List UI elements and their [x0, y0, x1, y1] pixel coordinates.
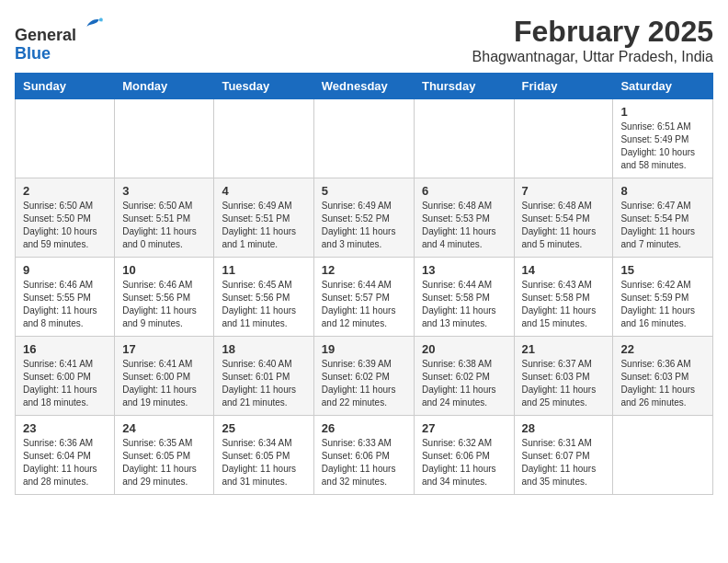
day-info: Sunrise: 6:47 AM Sunset: 5:54 PM Dayligh…	[620, 200, 705, 251]
day-number: 23	[23, 421, 107, 435]
day-info: Sunrise: 6:44 AM Sunset: 5:58 PM Dayligh…	[422, 279, 506, 330]
page-header: General Blue February 2025 Bhagwantnagar…	[15, 15, 713, 65]
weekday-header-thursday: Thursday	[414, 74, 514, 99]
calendar-cell	[613, 416, 713, 495]
day-info: Sunrise: 6:32 AM Sunset: 6:06 PM Dayligh…	[422, 437, 506, 488]
calendar-cell: 12Sunrise: 6:44 AM Sunset: 5:57 PM Dayli…	[313, 258, 414, 337]
calendar-cell: 6Sunrise: 6:48 AM Sunset: 5:53 PM Daylig…	[414, 178, 514, 258]
day-number: 17	[122, 342, 206, 356]
weekday-header-tuesday: Tuesday	[214, 74, 313, 99]
calendar-cell: 1Sunrise: 6:51 AM Sunset: 5:49 PM Daylig…	[613, 99, 713, 178]
day-info: Sunrise: 6:39 AM Sunset: 6:02 PM Dayligh…	[322, 358, 406, 409]
calendar-cell: 28Sunrise: 6:31 AM Sunset: 6:07 PM Dayli…	[514, 416, 613, 495]
day-number: 27	[422, 421, 506, 435]
calendar-cell: 20Sunrise: 6:38 AM Sunset: 6:02 PM Dayli…	[414, 337, 514, 416]
day-number: 3	[122, 184, 206, 198]
calendar-cell: 5Sunrise: 6:49 AM Sunset: 5:52 PM Daylig…	[313, 178, 414, 258]
calendar-week-row: 1Sunrise: 6:51 AM Sunset: 5:49 PM Daylig…	[16, 99, 713, 178]
day-info: Sunrise: 6:40 AM Sunset: 6:01 PM Dayligh…	[222, 358, 305, 409]
subtitle: Bhagwantnagar, Uttar Pradesh, India	[472, 49, 713, 65]
weekday-header-sunday: Sunday	[16, 74, 115, 99]
day-number: 28	[522, 421, 606, 435]
day-info: Sunrise: 6:33 AM Sunset: 6:06 PM Dayligh…	[322, 437, 406, 488]
calendar-cell	[214, 99, 313, 178]
day-info: Sunrise: 6:50 AM Sunset: 5:50 PM Dayligh…	[23, 200, 107, 251]
calendar-cell	[414, 99, 514, 178]
day-number: 19	[322, 342, 406, 356]
day-number: 15	[620, 263, 705, 277]
day-info: Sunrise: 6:41 AM Sunset: 6:00 PM Dayligh…	[122, 358, 206, 409]
calendar-cell	[313, 99, 414, 178]
weekday-header-friday: Friday	[514, 74, 613, 99]
day-info: Sunrise: 6:51 AM Sunset: 5:49 PM Dayligh…	[620, 121, 705, 172]
calendar-cell: 11Sunrise: 6:45 AM Sunset: 5:56 PM Dayli…	[214, 258, 313, 337]
day-info: Sunrise: 6:41 AM Sunset: 6:00 PM Dayligh…	[23, 358, 107, 409]
calendar-table: SundayMondayTuesdayWednesdayThursdayFrid…	[15, 73, 713, 495]
day-number: 12	[322, 263, 406, 277]
day-number: 7	[522, 184, 606, 198]
day-info: Sunrise: 6:49 AM Sunset: 5:51 PM Dayligh…	[222, 200, 305, 251]
calendar-cell: 10Sunrise: 6:46 AM Sunset: 5:56 PM Dayli…	[115, 258, 214, 337]
calendar-cell: 26Sunrise: 6:33 AM Sunset: 6:06 PM Dayli…	[313, 416, 414, 495]
calendar-cell: 22Sunrise: 6:36 AM Sunset: 6:03 PM Dayli…	[613, 337, 713, 416]
weekday-header-wednesday: Wednesday	[313, 74, 414, 99]
calendar-cell: 23Sunrise: 6:36 AM Sunset: 6:04 PM Dayli…	[16, 416, 115, 495]
day-info: Sunrise: 6:36 AM Sunset: 6:03 PM Dayligh…	[620, 358, 705, 409]
day-info: Sunrise: 6:43 AM Sunset: 5:58 PM Dayligh…	[522, 279, 606, 330]
day-number: 16	[23, 342, 107, 356]
day-info: Sunrise: 6:46 AM Sunset: 5:55 PM Dayligh…	[23, 279, 107, 330]
calendar-cell: 21Sunrise: 6:37 AM Sunset: 6:03 PM Dayli…	[514, 337, 613, 416]
day-info: Sunrise: 6:48 AM Sunset: 5:54 PM Dayligh…	[522, 200, 606, 251]
title-block: February 2025 Bhagwantnagar, Uttar Prade…	[472, 15, 713, 65]
day-info: Sunrise: 6:31 AM Sunset: 6:07 PM Dayligh…	[522, 437, 606, 488]
calendar-cell: 24Sunrise: 6:35 AM Sunset: 6:05 PM Dayli…	[115, 416, 214, 495]
calendar-week-row: 9Sunrise: 6:46 AM Sunset: 5:55 PM Daylig…	[16, 258, 713, 337]
day-number: 18	[222, 342, 305, 356]
calendar-cell	[514, 99, 613, 178]
day-number: 6	[422, 184, 506, 198]
calendar-cell: 14Sunrise: 6:43 AM Sunset: 5:58 PM Dayli…	[514, 258, 613, 337]
calendar-week-row: 23Sunrise: 6:36 AM Sunset: 6:04 PM Dayli…	[16, 416, 713, 495]
day-info: Sunrise: 6:42 AM Sunset: 5:59 PM Dayligh…	[620, 279, 705, 330]
day-number: 2	[23, 184, 107, 198]
calendar-cell: 25Sunrise: 6:34 AM Sunset: 6:05 PM Dayli…	[214, 416, 313, 495]
calendar-cell: 19Sunrise: 6:39 AM Sunset: 6:02 PM Dayli…	[313, 337, 414, 416]
day-info: Sunrise: 6:49 AM Sunset: 5:52 PM Dayligh…	[322, 200, 406, 251]
weekday-header-saturday: Saturday	[613, 74, 713, 99]
calendar-cell: 7Sunrise: 6:48 AM Sunset: 5:54 PM Daylig…	[514, 178, 613, 258]
day-info: Sunrise: 6:37 AM Sunset: 6:03 PM Dayligh…	[522, 358, 606, 409]
calendar-cell: 27Sunrise: 6:32 AM Sunset: 6:06 PM Dayli…	[414, 416, 514, 495]
logo-bird-icon	[80, 15, 106, 40]
logo-general: General	[15, 26, 76, 44]
weekday-header-monday: Monday	[115, 74, 214, 99]
day-number: 1	[620, 105, 705, 119]
calendar-cell: 2Sunrise: 6:50 AM Sunset: 5:50 PM Daylig…	[16, 178, 115, 258]
day-number: 9	[23, 263, 107, 277]
calendar-cell: 18Sunrise: 6:40 AM Sunset: 6:01 PM Dayli…	[214, 337, 313, 416]
weekday-header-row: SundayMondayTuesdayWednesdayThursdayFrid…	[16, 74, 713, 99]
day-number: 21	[522, 342, 606, 356]
calendar-week-row: 2Sunrise: 6:50 AM Sunset: 5:50 PM Daylig…	[16, 178, 713, 258]
calendar-week-row: 16Sunrise: 6:41 AM Sunset: 6:00 PM Dayli…	[16, 337, 713, 416]
day-info: Sunrise: 6:44 AM Sunset: 5:57 PM Dayligh…	[322, 279, 406, 330]
day-info: Sunrise: 6:35 AM Sunset: 6:05 PM Dayligh…	[122, 437, 206, 488]
calendar-cell: 15Sunrise: 6:42 AM Sunset: 5:59 PM Dayli…	[613, 258, 713, 337]
calendar-cell	[115, 99, 214, 178]
logo: General Blue	[15, 15, 106, 63]
day-number: 4	[222, 184, 305, 198]
day-number: 11	[222, 263, 305, 277]
calendar-cell: 9Sunrise: 6:46 AM Sunset: 5:55 PM Daylig…	[16, 258, 115, 337]
day-info: Sunrise: 6:36 AM Sunset: 6:04 PM Dayligh…	[23, 437, 107, 488]
day-number: 14	[522, 263, 606, 277]
day-number: 13	[422, 263, 506, 277]
day-info: Sunrise: 6:46 AM Sunset: 5:56 PM Dayligh…	[122, 279, 206, 330]
day-number: 10	[122, 263, 206, 277]
main-title: February 2025	[472, 15, 713, 49]
calendar-cell: 16Sunrise: 6:41 AM Sunset: 6:00 PM Dayli…	[16, 337, 115, 416]
calendar-cell: 4Sunrise: 6:49 AM Sunset: 5:51 PM Daylig…	[214, 178, 313, 258]
calendar-cell: 17Sunrise: 6:41 AM Sunset: 6:00 PM Dayli…	[115, 337, 214, 416]
day-info: Sunrise: 6:34 AM Sunset: 6:05 PM Dayligh…	[222, 437, 305, 488]
calendar-cell: 8Sunrise: 6:47 AM Sunset: 5:54 PM Daylig…	[613, 178, 713, 258]
logo-blue: Blue	[15, 44, 51, 63]
day-number: 8	[620, 184, 705, 198]
